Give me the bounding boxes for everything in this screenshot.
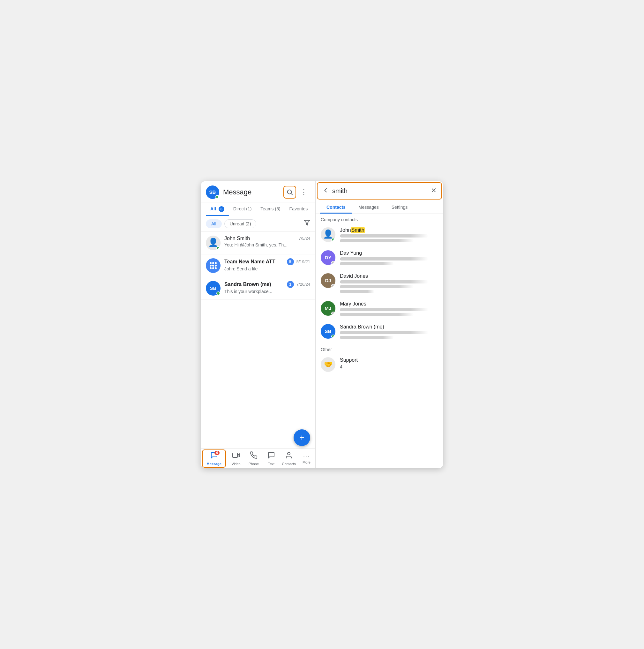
david-jones-avatar: DJ [321, 273, 335, 288]
conversations-list: John Smith 7/5/24 You: Hi @John Smith, y… [201, 232, 315, 448]
john-smith-avatar [206, 235, 221, 250]
online-dot [331, 238, 335, 242]
nav-label-video: Video [232, 462, 241, 466]
search-tab-messages[interactable]: Messages [352, 201, 385, 214]
contact-name-dav: Dav Yung [340, 250, 438, 256]
offline-dot [331, 284, 335, 288]
contact-name-support: Support [340, 357, 438, 363]
mary-jones-avatar: MJ [321, 301, 335, 316]
filter-unread-button[interactable]: Unread (2) [224, 219, 257, 228]
nav-item-video[interactable]: Video [227, 450, 245, 467]
support-info: Support 4 [340, 357, 438, 370]
contact-name-mary: Mary Jones [340, 301, 438, 307]
highlight-smith: Smith [351, 227, 365, 233]
tab-direct[interactable]: Direct (1) [229, 203, 256, 216]
conversation-item-team-att[interactable]: Team New Name ATT 5 5/19/21 John: Send a… [201, 254, 315, 277]
conv-name: John Smith [224, 235, 250, 241]
all-badge: 6 [219, 206, 224, 212]
sandra-search-info: Sandra Brown (me) [340, 324, 438, 341]
unread-badge: 1 [287, 281, 294, 288]
page-title: Message [223, 188, 283, 196]
back-button[interactable] [322, 187, 329, 196]
contact-detail-blur [340, 336, 394, 339]
sandra-search-avatar: SB [321, 324, 335, 339]
john-smith-content: John Smith 7/5/24 You: Hi @John Smith, y… [224, 235, 310, 247]
john-smith-search-info: John Smith [340, 227, 438, 244]
tab-all[interactable]: All 6 [206, 203, 229, 216]
contact-item-david-jones[interactable]: DJ David Jones [316, 270, 443, 298]
conv-date: 5/19/21 [296, 259, 310, 264]
nav-label-more: More [303, 460, 311, 464]
phone-icon [250, 451, 258, 461]
text-icon [267, 451, 275, 461]
clear-search-button[interactable] [430, 187, 437, 195]
nav-label-phone: Phone [248, 462, 259, 466]
grid-icon [210, 262, 217, 269]
sandra-avatar: SB [206, 281, 221, 296]
bottom-navigation: 6 Message Video [201, 448, 315, 468]
conversation-item-john-smith[interactable]: John Smith 7/5/24 You: Hi @John Smith, y… [201, 232, 315, 254]
left-header: SB Message ⋮ [201, 181, 315, 203]
nav-item-more[interactable]: ··· More [298, 451, 315, 466]
search-tab-contacts[interactable]: Contacts [320, 201, 352, 214]
compose-fab[interactable]: + [293, 429, 310, 446]
nav-label-contacts: Contacts [282, 462, 296, 466]
nav-item-message[interactable]: 6 Message [202, 449, 226, 468]
search-tabs: Contacts Messages Settings [316, 201, 443, 214]
svg-point-5 [287, 452, 290, 455]
online-dot [331, 335, 335, 338]
john-smith-search-avatar [321, 227, 335, 242]
contact-item-mary-jones[interactable]: MJ Mary Jones [316, 298, 443, 321]
conversation-item-sandra[interactable]: SB Sandra Brown (me) 1 7/26/24 This is y… [201, 277, 315, 300]
conv-preview: This is your workplace... [224, 289, 310, 294]
nav-item-phone[interactable]: Phone [245, 450, 262, 467]
filter-icon[interactable] [304, 220, 310, 228]
filter-bar: All Unread (2) [201, 216, 315, 232]
online-dot [216, 246, 220, 250]
contact-detail-blur [340, 234, 428, 237]
conv-preview: You: Hi @John Smith, yes. Th... [224, 242, 310, 247]
search-header [317, 182, 442, 200]
conv-date: 7/5/24 [299, 236, 310, 241]
search-button[interactable] [283, 186, 296, 199]
sandra-content: Sandra Brown (me) 1 7/26/24 This is your… [224, 281, 310, 294]
conv-name: Sandra Brown (me) [224, 282, 271, 287]
avatar: SB [206, 185, 219, 199]
search-input[interactable] [332, 187, 427, 195]
conv-date: 7/26/24 [296, 282, 310, 287]
nav-item-text[interactable]: Text [263, 450, 280, 467]
tab-favorites[interactable]: Favorites [285, 203, 312, 216]
video-icon [232, 451, 240, 461]
nav-label-text: Text [268, 462, 274, 466]
tab-teams[interactable]: Teams (5) [256, 203, 285, 216]
mary-jones-info: Mary Jones [340, 301, 438, 318]
message-tabs: All 6 Direct (1) Teams (5) Favorites [201, 203, 315, 216]
contact-item-dav-yung[interactable]: DY Dav Yung [316, 247, 443, 270]
nav-item-contacts[interactable]: Contacts [280, 450, 298, 467]
conv-preview: John: Send a file [224, 266, 310, 271]
dav-yung-avatar: DY [321, 250, 335, 265]
filter-all-button[interactable]: All [206, 219, 222, 228]
contact-detail-blur [340, 331, 428, 334]
contacts-icon [285, 451, 293, 461]
contact-item-support[interactable]: Support 4 [316, 354, 443, 375]
contact-name-david: David Jones [340, 273, 438, 279]
more-options-button[interactable]: ⋮ [297, 186, 310, 199]
contact-detail-blur [340, 290, 374, 293]
contact-item-john-smith[interactable]: John Smith [316, 224, 443, 247]
online-dot [216, 292, 220, 295]
david-jones-info: David Jones [340, 273, 438, 295]
dav-yung-info: Dav Yung [340, 250, 438, 267]
contact-detail-blur [340, 239, 414, 242]
contact-detail-blur [340, 313, 414, 316]
nav-label-message: Message [206, 462, 221, 466]
message-nav-badge: 6 [215, 451, 220, 455]
contact-detail-blur [340, 285, 414, 288]
support-avatar [321, 357, 335, 372]
more-icon: ··· [303, 453, 310, 460]
contact-name-sandra: Sandra Brown (me) [340, 324, 438, 330]
right-panel: Contacts Messages Settings Company conta… [316, 181, 443, 468]
contact-item-sandra-brown[interactable]: SB Sandra Brown (me) [316, 321, 443, 344]
svg-marker-3 [237, 453, 240, 457]
search-tab-settings[interactable]: Settings [385, 201, 414, 214]
